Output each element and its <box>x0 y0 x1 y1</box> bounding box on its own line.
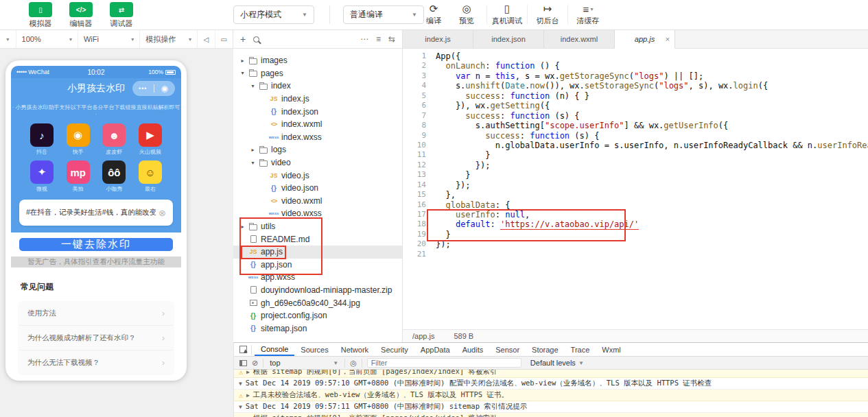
app-shortcut[interactable]: ✦微视 <box>27 160 56 193</box>
devtools-tab-sources[interactable]: Sources <box>294 343 334 356</box>
mode-select[interactable]: 小程序模式 ▼ <box>233 5 314 24</box>
file-list-icon[interactable]: ≡ <box>376 34 381 44</box>
collapse-simulator-button[interactable]: ▾ <box>0 30 16 48</box>
app-shortcut[interactable]: ôô小咖秀 <box>99 160 128 193</box>
tree-item[interactable]: {}app.json <box>233 259 402 272</box>
expand-arrow-icon[interactable]: ▶ <box>246 370 250 375</box>
line-number: 21 <box>403 250 426 259</box>
preview-button[interactable]: ◎预览 <box>450 2 483 26</box>
debugger-button[interactable]: ⇄调试器 <box>106 2 137 29</box>
log-levels-select[interactable]: Default levels ▼ <box>530 359 584 367</box>
simulator-button[interactable]: ▯模拟器 <box>25 2 56 29</box>
devtools-tab-trace[interactable]: Trace <box>565 343 596 356</box>
simulate-action-select[interactable]: 模拟操作 ▾ <box>140 30 198 48</box>
devtools-tab-storage[interactable]: Storage <box>526 343 565 356</box>
line-number: 16 <box>403 200 426 210</box>
share-link-input[interactable] <box>26 208 156 217</box>
devtools-tab-wxml[interactable]: Wxml <box>596 343 627 356</box>
tree-item[interactable]: README.md <box>233 233 402 246</box>
console-filter-input[interactable] <box>367 358 521 368</box>
code-line: 7 success: function (s) { <box>403 111 868 121</box>
compile-button[interactable]: ⟳编译 <box>417 2 450 26</box>
tree-item[interactable]: gh_d69ec60a9c40_344.jpg <box>233 296 402 309</box>
collapse-arrow-icon[interactable]: ▼ <box>239 404 242 410</box>
app-shortcut[interactable]: ☺最右 <box>136 160 165 193</box>
faq-item[interactable]: 使用方法› <box>19 301 173 326</box>
tree-arrow-icon[interactable]: ▾ <box>239 70 246 76</box>
sidebar-toggle-icon[interactable] <box>239 360 247 366</box>
clear-cache-button[interactable]: ≡▾清缓存 <box>572 2 605 26</box>
tree-arrow-icon[interactable]: ▸ <box>249 147 257 153</box>
sound-toggle-button[interactable]: ◁ <box>198 30 215 48</box>
tree-item[interactable]: ▾video <box>233 156 402 169</box>
context-select[interactable]: top ▼ <box>268 359 340 367</box>
collapse-arrow-icon[interactable]: ▼ <box>239 381 242 387</box>
network-select[interactable]: WiFi ▾ <box>78 30 140 48</box>
tree-item[interactable]: <>index.wxml <box>233 118 402 131</box>
share-link-card: ⊗ <box>19 200 173 226</box>
code-editor[interactable]: 1App({2 onLaunch: function () {3 var n =… <box>403 49 868 329</box>
inspect-element-icon[interactable] <box>239 346 247 353</box>
tree-item[interactable]: wxssapp.wxss <box>233 271 402 284</box>
tree-arrow-icon[interactable]: ▸ <box>239 224 246 230</box>
close-icon[interactable]: × <box>666 35 670 43</box>
app-shortcut[interactable]: ☻皮皮虾 <box>99 123 128 156</box>
rotate-button[interactable]: ▭ <box>215 30 233 48</box>
home-exit-icon[interactable]: ◉ <box>154 84 176 93</box>
tree-item[interactable]: JSvideo.js <box>233 169 402 182</box>
tab-index.js[interactable]: index.js <box>403 30 473 48</box>
tree-arrow-icon[interactable]: ▾ <box>249 83 257 89</box>
collapse-all-icon[interactable]: ⇆ <box>388 34 395 44</box>
line-number: 15 <box>403 190 426 200</box>
tree-item[interactable]: <>video.wxml <box>233 195 402 208</box>
tree-item[interactable]: {}sitemap.json <box>233 322 402 335</box>
tree-arrow-icon[interactable]: ▾ <box>249 160 257 166</box>
tree-item[interactable]: {}video.json <box>233 182 402 195</box>
app-shortcut[interactable]: ◉快手 <box>64 123 93 156</box>
expand-arrow-icon[interactable]: ▶ <box>246 392 250 398</box>
devtools-tab-sensor[interactable]: Sensor <box>489 343 526 356</box>
app-icon: ◉ <box>67 123 90 147</box>
tree-item[interactable]: wxssvideo.wxss <box>233 207 402 220</box>
tree-item[interactable]: {}index.json <box>233 105 402 118</box>
tree-item[interactable]: ▾pages <box>233 67 402 80</box>
compile-select[interactable]: 普通编译 ▼ <box>343 5 424 24</box>
devtools-tab-appdata[interactable]: AppData <box>414 343 456 356</box>
app-shortcut[interactable]: ▶火山视频 <box>136 123 165 156</box>
tab-app.js[interactable]: app.js× <box>615 30 675 49</box>
tab-index.wxml[interactable]: index.wxml <box>544 30 615 48</box>
tree-item[interactable]: ▸images <box>233 54 402 67</box>
devtools-tab-security[interactable]: Security <box>375 343 414 356</box>
search-icon[interactable] <box>253 36 259 43</box>
zoom-select[interactable]: 100% ▾ <box>16 30 78 48</box>
remove-watermark-button[interactable]: 一键去除水印 <box>19 238 173 251</box>
tree-item[interactable]: wxssindex.wxss <box>233 131 402 144</box>
tree-item[interactable]: {}project.config.json <box>233 309 402 322</box>
devtools-tab-audits[interactable]: Audits <box>456 343 490 356</box>
add-file-icon[interactable]: + <box>240 34 246 45</box>
console-message: ▼Sat Dec 14 2019 09:57:11 GMT+0800 (中国标准… <box>234 401 868 413</box>
faq-item[interactable]: 为什么无法下载视频？› <box>19 350 173 375</box>
app-shortcut[interactable]: ♪抖音 <box>27 123 56 156</box>
tree-item[interactable]: ▸logs <box>233 143 402 156</box>
tree-item[interactable]: JSapp.js <box>233 246 402 259</box>
more-options-icon[interactable]: ⋯ <box>360 34 368 44</box>
tab-index.json[interactable]: index.json <box>473 30 544 48</box>
clear-console-icon[interactable]: ⊘ <box>252 359 258 368</box>
tree-item[interactable]: ▾index <box>233 80 402 93</box>
background-switch-button[interactable]: ↦切后台 <box>531 2 564 26</box>
toolbar-button-label: 编辑器 <box>70 19 93 29</box>
tree-item[interactable]: douyindownload-miniapp-master.zip <box>233 284 402 297</box>
more-menu-icon[interactable]: ••• <box>132 85 154 92</box>
device-debug-button[interactable]: ▯真机调试 <box>491 2 524 26</box>
devtools-tab-console[interactable]: Console <box>255 343 294 356</box>
editor-button[interactable]: </>编辑器 <box>65 2 97 29</box>
tree-item[interactable]: ▸utils <box>233 220 402 233</box>
faq-item[interactable]: 为什么视频成功解析了还有水印？› <box>19 326 173 350</box>
live-expression-icon[interactable]: ◎ <box>350 359 357 368</box>
tree-arrow-icon[interactable]: ▸ <box>239 58 246 64</box>
devtools-tab-network[interactable]: Network <box>335 343 375 356</box>
app-shortcut[interactable]: mp美拍 <box>64 160 93 193</box>
clear-input-icon[interactable]: ⊗ <box>159 208 166 218</box>
tree-item[interactable]: JSindex.js <box>233 93 402 106</box>
